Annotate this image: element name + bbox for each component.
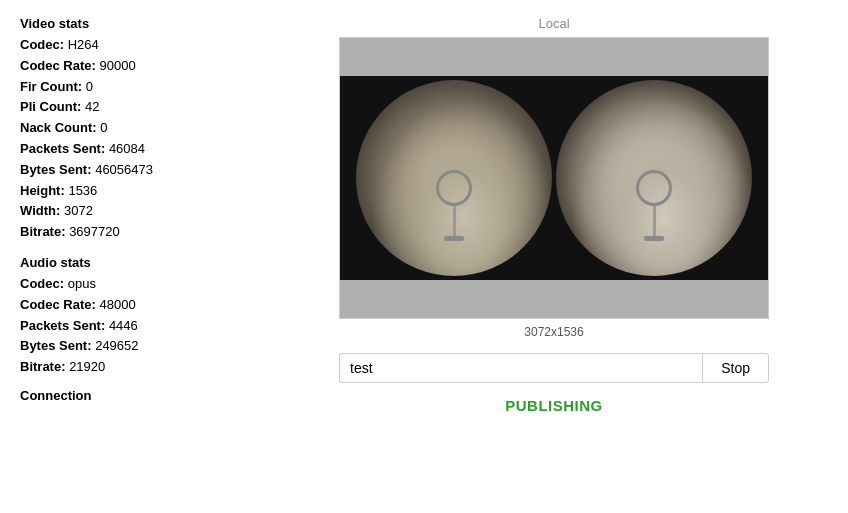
stat-row: Codec: H264 bbox=[20, 35, 260, 56]
stat-value: 46056473 bbox=[95, 162, 153, 177]
fisheye-left bbox=[356, 80, 552, 276]
stat-value: 0 bbox=[100, 120, 107, 135]
stat-value: 42 bbox=[85, 99, 99, 114]
stat-label: Pli Count: bbox=[20, 99, 81, 114]
stat-row: Codec Rate: 48000 bbox=[20, 295, 260, 316]
video-bottom-bar bbox=[340, 280, 768, 318]
stat-label: Codec Rate: bbox=[20, 297, 96, 312]
stat-row: Fir Count: 0 bbox=[20, 77, 260, 98]
audio-stats-list: Codec: opusCodec Rate: 48000Packets Sent… bbox=[20, 274, 260, 378]
fisheye-right bbox=[556, 80, 752, 276]
stat-label: Nack Count: bbox=[20, 120, 97, 135]
stat-label: Packets Sent: bbox=[20, 318, 105, 333]
stop-button[interactable]: Stop bbox=[702, 353, 769, 383]
stat-value: 21920 bbox=[69, 359, 105, 374]
fan-base-right bbox=[644, 236, 664, 241]
stat-value: 3697720 bbox=[69, 224, 120, 239]
resolution-label: 3072x1536 bbox=[524, 325, 583, 339]
stat-label: Codec: bbox=[20, 37, 64, 52]
stat-row: Codec: opus bbox=[20, 274, 260, 295]
stat-row: Packets Sent: 4446 bbox=[20, 316, 260, 337]
stat-value: 4446 bbox=[109, 318, 138, 333]
fan-base-left bbox=[444, 236, 464, 241]
stat-label: Bytes Sent: bbox=[20, 338, 92, 353]
stat-value: 249652 bbox=[95, 338, 138, 353]
video-stats-title: Video stats bbox=[20, 16, 260, 31]
stat-row: Bitrate: 3697720 bbox=[20, 222, 260, 243]
video-main bbox=[340, 76, 768, 280]
fan-pole-left bbox=[453, 206, 456, 236]
left-panel: Video stats Codec: H264Codec Rate: 90000… bbox=[20, 16, 260, 497]
stat-value: 48000 bbox=[99, 297, 135, 312]
fan-right bbox=[636, 170, 672, 241]
stat-row: Bytes Sent: 249652 bbox=[20, 336, 260, 357]
stat-label: Bytes Sent: bbox=[20, 162, 92, 177]
stat-value: 90000 bbox=[99, 58, 135, 73]
stat-value: 0 bbox=[86, 79, 93, 94]
stat-label: Fir Count: bbox=[20, 79, 82, 94]
connection-title: Connection bbox=[20, 388, 260, 403]
video-stats-list: Codec: H264Codec Rate: 90000Fir Count: 0… bbox=[20, 35, 260, 243]
stat-row: Codec Rate: 90000 bbox=[20, 56, 260, 77]
stat-row: Height: 1536 bbox=[20, 181, 260, 202]
audio-stats-title: Audio stats bbox=[20, 255, 260, 270]
right-panel: Local 3072x1536 Stop bbox=[280, 16, 828, 497]
stat-row: Packets Sent: 46084 bbox=[20, 139, 260, 160]
stat-value: 46084 bbox=[109, 141, 145, 156]
stat-value: H264 bbox=[68, 37, 99, 52]
stat-value: opus bbox=[68, 276, 96, 291]
stat-row: Nack Count: 0 bbox=[20, 118, 260, 139]
fan-left bbox=[436, 170, 472, 241]
stat-row: Bitrate: 21920 bbox=[20, 357, 260, 378]
stat-value: 3072 bbox=[64, 203, 93, 218]
publishing-status: PUBLISHING bbox=[505, 397, 603, 414]
stat-label: Width: bbox=[20, 203, 60, 218]
stat-row: Width: 3072 bbox=[20, 201, 260, 222]
stat-label: Packets Sent: bbox=[20, 141, 105, 156]
stat-label: Height: bbox=[20, 183, 65, 198]
stat-label: Codec Rate: bbox=[20, 58, 96, 73]
stat-row: Bytes Sent: 46056473 bbox=[20, 160, 260, 181]
fan-head-left bbox=[436, 170, 472, 206]
stat-row: Pli Count: 42 bbox=[20, 97, 260, 118]
stat-label: Bitrate: bbox=[20, 224, 66, 239]
video-container bbox=[339, 37, 769, 319]
local-label: Local bbox=[538, 16, 569, 31]
stat-label: Bitrate: bbox=[20, 359, 66, 374]
video-top-bar bbox=[340, 38, 768, 76]
stream-input[interactable] bbox=[339, 353, 702, 383]
fan-pole-right bbox=[653, 206, 656, 236]
stat-label: Codec: bbox=[20, 276, 64, 291]
fan-head-right bbox=[636, 170, 672, 206]
input-row: Stop bbox=[339, 353, 769, 383]
stat-value: 1536 bbox=[68, 183, 97, 198]
